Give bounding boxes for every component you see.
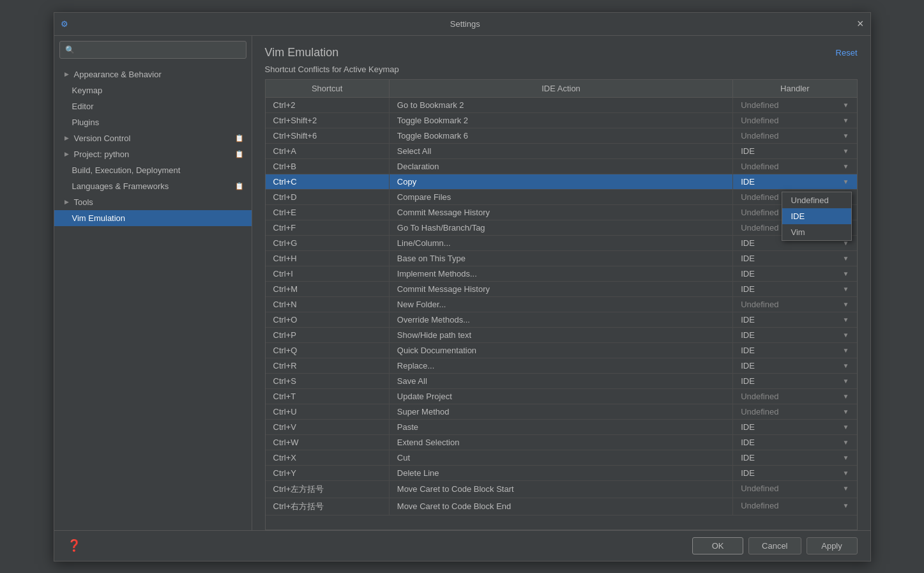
handler-cell[interactable]: IDE▼ bbox=[733, 420, 856, 434]
table-row[interactable]: Ctrl+XCutIDE▼ bbox=[266, 450, 857, 465]
sidebar-item-keymap[interactable]: Keymap bbox=[54, 82, 252, 98]
sidebar-item-vim-emulation[interactable]: Vim Emulation bbox=[54, 210, 252, 226]
handler-cell[interactable]: IDE▼ bbox=[733, 435, 856, 450]
dropdown-arrow-icon[interactable]: ▼ bbox=[843, 454, 849, 461]
dropdown-option-undefined[interactable]: Undefined bbox=[782, 192, 851, 208]
dropdown-arrow-icon[interactable]: ▼ bbox=[843, 424, 849, 431]
cancel-button[interactable]: Cancel bbox=[748, 537, 801, 554]
close-button[interactable]: × bbox=[857, 18, 864, 29]
table-row[interactable]: Ctrl+SSave AllIDE▼ bbox=[266, 373, 857, 388]
sidebar-item-languages-frameworks[interactable]: Languages & Frameworks 📋 bbox=[54, 178, 252, 194]
table-row[interactable]: Ctrl+IImplement Methods...IDE▼ bbox=[266, 266, 857, 281]
action-cell: Go to Bookmark 2 bbox=[389, 97, 732, 112]
help-icon[interactable]: ❓ bbox=[67, 539, 81, 553]
handler-cell[interactable]: Undefined▼ bbox=[733, 98, 856, 112]
dropdown-arrow-icon[interactable]: ▼ bbox=[843, 117, 849, 124]
table-row[interactable]: Ctrl+右方括号Move Caret to Code Block EndUnd… bbox=[266, 498, 857, 515]
table-row[interactable]: Ctrl+WExtend SelectionIDE▼ bbox=[266, 434, 857, 450]
sidebar-item-label: Plugins bbox=[72, 118, 100, 127]
arrow-icon: ▶ bbox=[64, 71, 69, 77]
dropdown-arrow-icon[interactable]: ▼ bbox=[843, 332, 849, 339]
handler-cell[interactable]: IDE▼ bbox=[733, 282, 856, 296]
dropdown-arrow-icon[interactable]: ▼ bbox=[843, 439, 849, 446]
sidebar-item-appearance[interactable]: ▶ Appearance & Behavior bbox=[54, 66, 252, 82]
dropdown-arrow-icon[interactable]: ▼ bbox=[843, 316, 849, 323]
dropdown-arrow-icon[interactable]: ▼ bbox=[843, 163, 849, 170]
sidebar-item-plugins[interactable]: Plugins bbox=[54, 114, 252, 130]
table-row[interactable]: Ctrl+OOverride Methods...IDE▼ bbox=[266, 312, 857, 327]
search-input[interactable] bbox=[77, 45, 241, 54]
handler-cell[interactable]: Undefined▼ bbox=[733, 498, 856, 513]
dropdown-arrow-icon[interactable]: ▼ bbox=[843, 502, 849, 509]
dropdown-option-vim[interactable]: Vim bbox=[782, 224, 851, 240]
dropdown-arrow-icon[interactable]: ▼ bbox=[843, 255, 849, 262]
handler-cell[interactable]: IDE▼ bbox=[733, 450, 856, 465]
shortcut-column-header: Shortcut bbox=[266, 80, 390, 98]
apply-button[interactable]: Apply bbox=[807, 537, 858, 554]
table-row[interactable]: Ctrl+2Go to Bookmark 2Undefined▼ bbox=[266, 97, 857, 112]
table-row[interactable]: Ctrl+MCommit Message HistoryIDE▼ bbox=[266, 281, 857, 296]
table-row[interactable]: Ctrl+USuper MethodUndefined▼ bbox=[266, 404, 857, 419]
table-row[interactable]: Ctrl+ASelect AllIDE▼ bbox=[266, 143, 857, 158]
handler-cell[interactable]: IDE▼ bbox=[733, 343, 856, 358]
handler-cell[interactable]: IDE▼ bbox=[733, 358, 856, 373]
table-body: Ctrl+2Go to Bookmark 2Undefined▼Ctrl+Shi… bbox=[266, 97, 857, 515]
search-box[interactable]: 🔍 bbox=[59, 41, 246, 59]
table-row[interactable]: Ctrl+Shift+2Toggle Bookmark 2Undefined▼ bbox=[266, 112, 857, 128]
dropdown-arrow-icon[interactable]: ▼ bbox=[843, 178, 849, 185]
handler-cell[interactable]: Undefined▼ bbox=[733, 404, 856, 419]
dropdown-arrow-icon[interactable]: ▼ bbox=[843, 378, 849, 385]
reset-button[interactable]: Reset bbox=[836, 48, 858, 57]
handler-cell[interactable]: Undefined▼ bbox=[733, 159, 856, 174]
table-row[interactable]: Ctrl+VPasteIDE▼ bbox=[266, 419, 857, 434]
handler-cell[interactable]: Undefined▼ bbox=[733, 128, 856, 143]
dropdown-arrow-icon[interactable]: ▼ bbox=[843, 393, 849, 400]
dropdown-arrow-icon[interactable]: ▼ bbox=[843, 362, 849, 369]
dropdown-arrow-icon[interactable]: ▼ bbox=[843, 148, 849, 155]
table-row[interactable]: Ctrl+NNew Folder...Undefined▼ bbox=[266, 296, 857, 312]
handler-cell[interactable]: Undefined▼ bbox=[733, 481, 856, 496]
table-row[interactable]: Ctrl+CCopyIDE▼ bbox=[266, 174, 857, 189]
dropdown-arrow-icon[interactable]: ▼ bbox=[843, 408, 849, 415]
table-row[interactable]: Ctrl+ECommit Message HistoryUndefined▼ bbox=[266, 204, 857, 220]
sidebar-item-version-control[interactable]: ▶ Version Control 📋 bbox=[54, 130, 252, 146]
table-row[interactable]: Ctrl+YDelete LineIDE▼ bbox=[266, 465, 857, 480]
dropdown-arrow-icon[interactable]: ▼ bbox=[843, 270, 849, 277]
table-row[interactable]: Ctrl+PShow/Hide path textIDE▼ bbox=[266, 327, 857, 342]
table-row[interactable]: Ctrl+QQuick DocumentationIDE▼ bbox=[266, 342, 857, 358]
table-row[interactable]: Ctrl+左方括号Move Caret to Code Block StartU… bbox=[266, 480, 857, 498]
sidebar-item-project-python[interactable]: ▶ Project: python 📋 bbox=[54, 146, 252, 162]
dropdown-arrow-icon[interactable]: ▼ bbox=[843, 132, 849, 139]
handler-cell[interactable]: IDE▼ bbox=[733, 374, 856, 388]
sidebar-item-tools[interactable]: ▶ Tools bbox=[54, 194, 252, 210]
table-row[interactable]: Ctrl+HBase on This TypeIDE▼ bbox=[266, 250, 857, 266]
handler-cell[interactable]: IDE▼ bbox=[733, 466, 856, 480]
dropdown-arrow-icon[interactable]: ▼ bbox=[843, 470, 849, 477]
handler-cell[interactable]: Undefined▼ bbox=[733, 389, 856, 404]
handler-cell[interactable]: IDE▼ bbox=[733, 251, 856, 266]
table-row[interactable]: Ctrl+TUpdate ProjectUndefined▼ bbox=[266, 388, 857, 404]
table-row[interactable]: Ctrl+GLine/Column...IDE▼ bbox=[266, 235, 857, 250]
table-row[interactable]: Ctrl+BDeclarationUndefined▼ bbox=[266, 158, 857, 174]
dropdown-arrow-icon[interactable]: ▼ bbox=[843, 347, 849, 354]
table-row[interactable]: Ctrl+DCompare FilesUndefined▼ bbox=[266, 189, 857, 204]
handler-cell[interactable]: IDE▼ bbox=[733, 266, 856, 281]
table-row[interactable]: Ctrl+Shift+6Toggle Bookmark 6Undefined▼ bbox=[266, 128, 857, 143]
handler-cell[interactable]: IDE▼ bbox=[733, 328, 856, 342]
table-row[interactable]: Ctrl+RReplace...IDE▼ bbox=[266, 358, 857, 373]
dropdown-option-ide[interactable]: IDE bbox=[782, 208, 851, 224]
handler-cell[interactable]: Undefined▼ bbox=[733, 297, 856, 312]
ok-button[interactable]: OK bbox=[692, 537, 743, 554]
dropdown-arrow-icon[interactable]: ▼ bbox=[843, 301, 849, 308]
dropdown-arrow-icon[interactable]: ▼ bbox=[843, 102, 849, 109]
handler-cell[interactable]: IDE▼ bbox=[733, 312, 856, 327]
sidebar-item-editor[interactable]: Editor bbox=[54, 98, 252, 114]
table-row[interactable]: Ctrl+FGo To Hash/Branch/TagUndefined▼ bbox=[266, 220, 857, 235]
handler-cell[interactable]: IDE▼ bbox=[733, 144, 856, 158]
dropdown-arrow-icon[interactable]: ▼ bbox=[843, 485, 849, 492]
handler-cell[interactable]: IDE▼ bbox=[733, 174, 856, 189]
dropdown-arrow-icon[interactable]: ▼ bbox=[843, 286, 849, 293]
handler-cell[interactable]: Undefined▼ bbox=[733, 113, 856, 128]
handler-value: IDE bbox=[741, 269, 755, 279]
sidebar-item-build-execution[interactable]: Build, Execution, Deployment bbox=[54, 162, 252, 178]
